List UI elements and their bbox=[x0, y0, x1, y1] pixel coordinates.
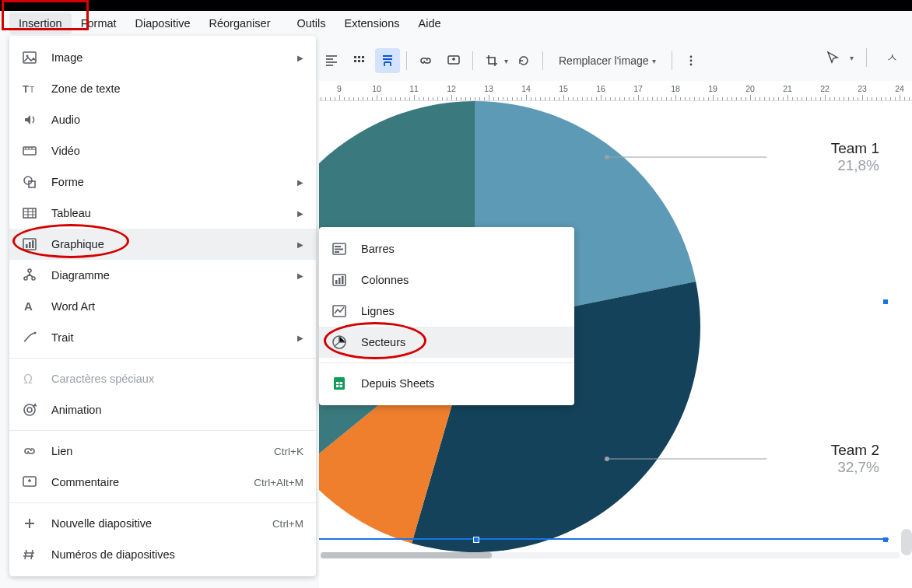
svg-rect-3 bbox=[354, 60, 356, 62]
dropdown-item-tableau[interactable]: Tableau▶ bbox=[9, 198, 316, 229]
svg-rect-38 bbox=[335, 251, 339, 253]
menu-aide[interactable]: Aide bbox=[409, 12, 450, 34]
graphique-submenu: BarresColonnesLignesSecteurs Depuis Shee… bbox=[319, 227, 574, 405]
dropdown-item-commentaire[interactable]: CommentaireCtrl+Alt+M bbox=[9, 467, 316, 498]
svg-point-8 bbox=[689, 60, 692, 62]
svg-rect-14 bbox=[23, 52, 36, 63]
text-wrap-icon[interactable] bbox=[375, 48, 400, 73]
shortcut-label: Ctrl+K bbox=[274, 446, 303, 457]
submenu-arrow-icon: ▶ bbox=[297, 178, 303, 187]
svg-point-7 bbox=[689, 56, 692, 58]
svg-point-30 bbox=[34, 332, 37, 334]
menu-label: Forme bbox=[51, 176, 283, 188]
columns-icon bbox=[331, 272, 347, 288]
submenu-item-barres[interactable]: Barres bbox=[319, 233, 574, 264]
svg-point-11 bbox=[605, 155, 609, 159]
svg-rect-1 bbox=[358, 56, 360, 58]
reset-image-icon[interactable] bbox=[511, 48, 536, 73]
svg-text:A: A bbox=[24, 299, 33, 313]
submenu-item-secteurs[interactable]: Secteurs bbox=[319, 327, 574, 358]
svg-rect-40 bbox=[335, 280, 338, 284]
selection-handle[interactable] bbox=[473, 537, 479, 543]
selection-handle[interactable] bbox=[882, 299, 889, 305]
dropdown-item-image[interactable]: Image▶ bbox=[9, 42, 316, 73]
crop-icon[interactable] bbox=[479, 48, 504, 73]
replace-image-button[interactable]: Remplacer l'image ▾ bbox=[549, 50, 665, 72]
dropdown-item-diagramme[interactable]: Diagramme▶ bbox=[9, 260, 316, 291]
svg-rect-0 bbox=[354, 56, 356, 58]
menu-label: Vidéo bbox=[51, 145, 303, 157]
submenu-item-colonnes[interactable]: Colonnes bbox=[319, 264, 574, 296]
linechart-icon bbox=[331, 303, 347, 319]
dropdown-item-lien[interactable]: LienCtrl+K bbox=[9, 436, 316, 467]
svg-rect-37 bbox=[335, 249, 343, 250]
dropdown-item-trait[interactable]: Trait▶ bbox=[9, 322, 316, 353]
dropdown-item-nouvelle-diapositive[interactable]: Nouvelle diapositiveCtrl+M bbox=[9, 508, 316, 539]
pointer-icon[interactable] bbox=[820, 45, 845, 70]
svg-point-33 bbox=[27, 408, 32, 412]
svg-point-26 bbox=[28, 269, 31, 272]
insertion-dropdown: Image▶TTZone de texteAudioVidéoForme▶Tab… bbox=[9, 36, 316, 576]
menu-label: Nouvelle diapositive bbox=[51, 517, 258, 530]
vertical-scrollbar-thumb[interactable] bbox=[901, 529, 912, 555]
menu-label: Animation bbox=[51, 404, 303, 416]
svg-text:T: T bbox=[23, 83, 29, 95]
align-left-icon[interactable] bbox=[319, 48, 344, 73]
svg-rect-41 bbox=[338, 278, 341, 284]
submenu-arrow-icon: ▶ bbox=[297, 271, 303, 280]
svg-point-13 bbox=[605, 457, 609, 461]
menu-label: Word Art bbox=[51, 300, 303, 313]
submenu-arrow-icon: ▶ bbox=[297, 334, 303, 342]
link-icon[interactable] bbox=[413, 48, 438, 73]
menu-label: Barres bbox=[361, 243, 562, 255]
more-icon[interactable] bbox=[679, 48, 703, 73]
menu-diapositive[interactable]: Diapositive bbox=[126, 12, 200, 34]
menu-extensions[interactable]: Extensions bbox=[335, 12, 409, 34]
dropdown-item-animation[interactable]: Animation bbox=[9, 394, 316, 425]
link-icon bbox=[22, 443, 37, 459]
menu-label: Audio bbox=[51, 114, 303, 126]
dropdown-item-numéros-de-diapositives[interactable]: Numéros de diapositives bbox=[9, 539, 316, 570]
svg-rect-24 bbox=[29, 242, 31, 248]
replace-image-label: Remplacer l'image bbox=[559, 54, 649, 67]
dropdown-item-vidéo[interactable]: Vidéo bbox=[9, 135, 316, 166]
menu-label: Lignes bbox=[361, 305, 562, 317]
chart-label-team1: Team 1 21,8% bbox=[770, 140, 879, 174]
image-icon bbox=[22, 50, 37, 65]
dropdown-item-zone-de-texte[interactable]: TTZone de texte bbox=[9, 73, 316, 104]
dropdown-item-graphique[interactable]: Graphique▶ bbox=[9, 229, 316, 260]
selection-handle[interactable] bbox=[882, 537, 889, 543]
textbox-icon: TT bbox=[22, 81, 37, 96]
menu-outils[interactable]: Outils bbox=[287, 12, 335, 34]
horizontal-scrollbar[interactable] bbox=[321, 552, 900, 558]
svg-rect-5 bbox=[362, 60, 364, 62]
comment-add-icon[interactable] bbox=[441, 48, 466, 73]
dropdown-item-forme[interactable]: Forme▶ bbox=[9, 166, 316, 198]
menu-label: Caractères spéciaux bbox=[51, 373, 303, 385]
menu-label: Colonnes bbox=[361, 274, 562, 286]
sheets-icon bbox=[331, 376, 347, 391]
svg-text:T: T bbox=[30, 86, 34, 94]
wordart-icon: A bbox=[22, 299, 37, 314]
svg-rect-4 bbox=[358, 60, 360, 62]
menu-label: Tableau bbox=[51, 207, 283, 219]
menu-label: Lien bbox=[51, 445, 260, 457]
svg-point-9 bbox=[689, 64, 692, 66]
plus-icon bbox=[22, 516, 37, 531]
bar-icon bbox=[331, 241, 347, 257]
menu-label: Zone de texte bbox=[51, 82, 303, 95]
dropdown-item-audio[interactable]: Audio bbox=[9, 104, 316, 135]
submenu-arrow-icon: ▶ bbox=[297, 54, 303, 62]
submenu-item-lignes[interactable]: Lignes bbox=[319, 296, 574, 327]
chart-icon bbox=[22, 236, 37, 252]
expand-up-icon[interactable]: ㅅ bbox=[879, 45, 904, 70]
dropdown-item-word-art[interactable]: AWord Art bbox=[9, 291, 316, 322]
menu-label: Numéros de diapositives bbox=[51, 548, 303, 561]
animation-icon bbox=[22, 402, 37, 418]
menu-label: Trait bbox=[51, 331, 283, 344]
menu-reorganiser[interactable]: Réorganiser bbox=[199, 12, 279, 34]
shortcut-label: Ctrl+Alt+M bbox=[254, 477, 303, 488]
menu-label: Commentaire bbox=[51, 476, 240, 488]
list-icon[interactable] bbox=[347, 48, 372, 73]
submenu-item-depuis-sheets[interactable]: Depuis Sheets bbox=[319, 368, 574, 399]
